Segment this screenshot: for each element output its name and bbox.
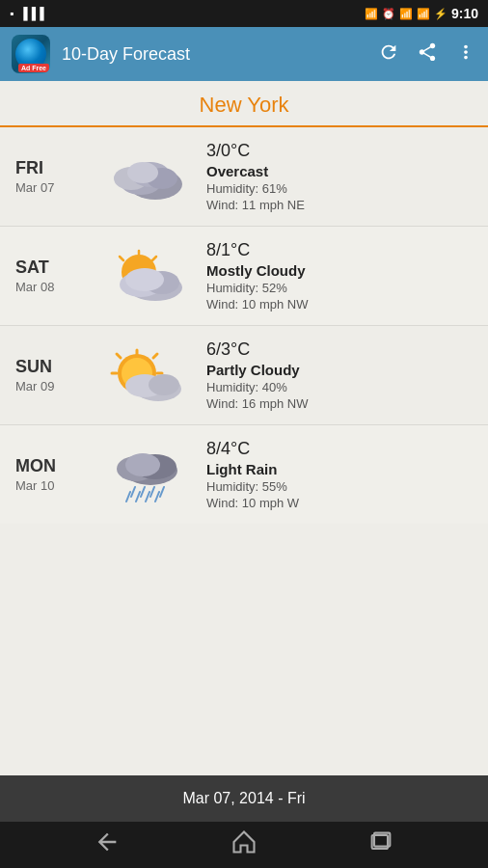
app-title: 10-Day Forecast	[62, 44, 366, 65]
nav-back-button[interactable]	[94, 828, 121, 861]
svg-point-27	[125, 453, 160, 476]
weather-details-mon: 8/4°C Light Rain Humidity: 55% Wind: 10 …	[199, 439, 473, 510]
day-date-mon: Mar 10	[15, 478, 93, 493]
svg-point-23	[149, 374, 179, 395]
day-name-mon: MON	[15, 456, 93, 476]
weather-icon-fri	[93, 143, 199, 210]
svg-line-29	[141, 487, 145, 497]
svg-line-9	[120, 257, 123, 260]
wifi-icon: 📶	[399, 8, 413, 20]
signal-icon: 📶	[417, 8, 430, 20]
nav-home-button[interactable]	[230, 828, 258, 861]
weather-details-fri: 3/0°C Overcast Humidity: 61% Wind: 11 mp…	[199, 141, 473, 212]
forecast-row-sun: SUN Mar 09	[0, 326, 488, 425]
svg-line-34	[146, 492, 149, 502]
status-time: 9:10	[451, 6, 478, 21]
nav-recent-button[interactable]	[367, 828, 394, 861]
app-badge: Ad Free	[18, 64, 49, 72]
day-info-sun: SUN Mar 09	[15, 357, 93, 393]
svg-line-28	[131, 487, 135, 497]
condition-sun: Partly Cloudy	[206, 362, 473, 378]
svg-line-19	[117, 354, 121, 358]
wind-mon: Wind: 10 mph W	[206, 496, 473, 510]
forecast-row-mon: MON Mar 10	[0, 425, 488, 524]
humidity-fri: Humidity: 61%	[206, 181, 473, 196]
weather-details-sat: 8/1°C Mostly Cloudy Humidity: 52% Wind: …	[199, 240, 473, 312]
weather-icon-sun	[93, 341, 199, 409]
app-bar-actions	[378, 41, 476, 68]
nav-bar	[0, 822, 488, 868]
svg-line-30	[150, 487, 154, 497]
refresh-icon[interactable]	[378, 41, 399, 68]
temp-fri: 3/0°C	[206, 141, 473, 161]
status-bar: ▪ ▐▐▐ 📶 ⏰ 📶 📶 ⚡ 9:10	[0, 0, 488, 27]
svg-point-5	[127, 162, 158, 183]
svg-line-32	[126, 492, 130, 502]
day-date-sat: Mar 08	[15, 280, 93, 294]
weather-icon-sat	[93, 242, 199, 310]
day-name-fri: FRI	[15, 158, 93, 178]
date-bar-text: Mar 07, 2014 - Fri	[182, 790, 305, 807]
city-name: New York	[200, 93, 289, 117]
weather-details-sun: 6/3°C Partly Cloudy Humidity: 40% Wind: …	[199, 339, 473, 411]
humidity-sat: Humidity: 52%	[206, 281, 473, 295]
wind-sun: Wind: 16 mph NW	[206, 396, 473, 411]
day-date-fri: Mar 07	[15, 180, 93, 195]
svg-line-31	[160, 487, 164, 497]
temp-sun: 6/3°C	[206, 339, 473, 360]
day-info-fri: FRI Mar 07	[15, 158, 93, 195]
date-bar: Mar 07, 2014 - Fri	[0, 775, 488, 822]
humidity-sun: Humidity: 40%	[206, 380, 473, 394]
day-date-sun: Mar 09	[15, 379, 93, 393]
battery-icon: ⚡	[434, 8, 447, 20]
wind-sat: Wind: 10 mph NW	[206, 297, 473, 312]
app-icon: Ad Free	[12, 35, 50, 73]
main-content: New York FRI Mar 07 3/0°C	[0, 81, 488, 775]
temp-mon: 8/4°C	[206, 439, 473, 459]
svg-point-13	[125, 268, 164, 291]
svg-line-33	[136, 492, 140, 502]
alarm-icon: ⏰	[382, 8, 395, 20]
day-name-sat: SAT	[15, 258, 93, 278]
more-options-icon[interactable]	[455, 41, 476, 68]
weather-icon-mon	[93, 441, 199, 508]
temp-sat: 8/1°C	[206, 240, 473, 260]
svg-line-8	[152, 257, 156, 260]
signal-bars-icon: ▐▐▐	[19, 7, 44, 20]
condition-fri: Overcast	[206, 163, 473, 179]
humidity-mon: Humidity: 55%	[206, 479, 473, 494]
status-right-icons: 📶 ⏰ 📶 📶 ⚡ 9:10	[365, 6, 478, 21]
forecast-row-fri: FRI Mar 07 3/0°C Overcast Humidity: 61%	[0, 127, 488, 227]
bluetooth-icon: 📶	[365, 8, 378, 20]
screenshot-icon: ▪	[10, 7, 14, 20]
wind-fri: Wind: 11 mph NE	[206, 198, 473, 212]
forecast-row-sat: SAT Mar 08 8/1°C	[0, 227, 488, 326]
status-left-icons: ▪ ▐▐▐	[10, 7, 44, 20]
day-name-sun: SUN	[15, 357, 93, 377]
svg-line-35	[155, 492, 159, 502]
condition-mon: Light Rain	[206, 461, 473, 477]
share-icon[interactable]	[417, 41, 438, 68]
svg-line-17	[153, 354, 157, 358]
app-bar: Ad Free 10-Day Forecast	[0, 27, 488, 81]
day-info-sat: SAT Mar 08	[15, 258, 93, 294]
city-header: New York	[0, 81, 488, 127]
forecast-list: FRI Mar 07 3/0°C Overcast Humidity: 61%	[0, 127, 488, 524]
day-info-mon: MON Mar 10	[15, 456, 93, 493]
condition-sat: Mostly Cloudy	[206, 262, 473, 279]
